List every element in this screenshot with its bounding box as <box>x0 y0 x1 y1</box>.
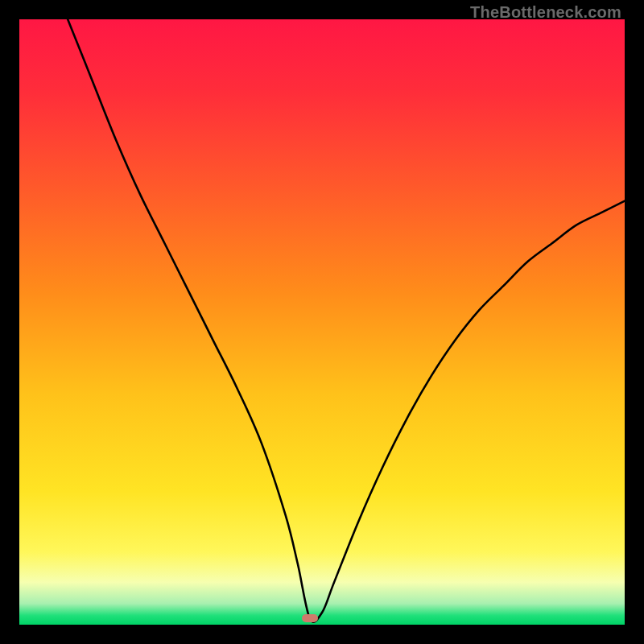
chart-stage: TheBottleneck.com <box>0 0 644 644</box>
svg-rect-0 <box>19 19 625 625</box>
plot-area <box>19 19 625 625</box>
heat-gradient-background <box>19 19 625 625</box>
